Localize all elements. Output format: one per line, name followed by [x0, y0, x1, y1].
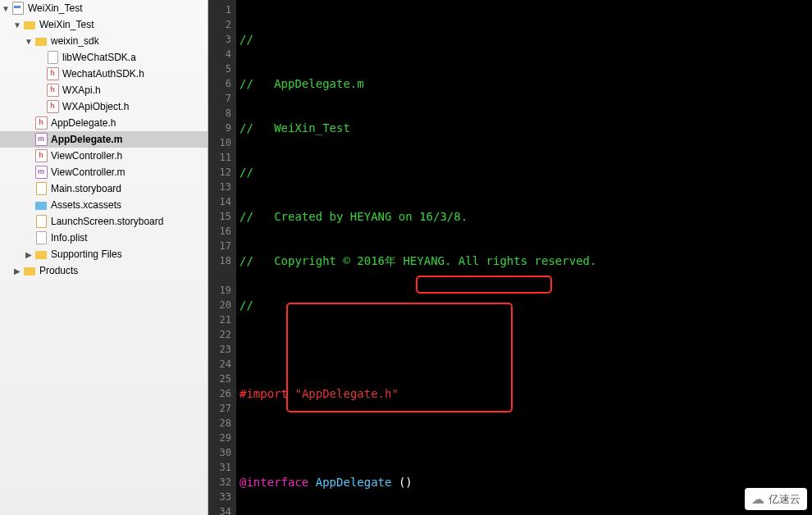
storyboard-file-icon — [34, 182, 48, 195]
code-editor[interactable]: 12345 678910 1112131415 16171819 2021222… — [208, 0, 812, 515]
tree-label: AppDelegate.m — [51, 134, 122, 145]
tree-file[interactable]: WXApi.h — [0, 82, 208, 98]
code-content[interactable]: // // AppDelegate.m // WeiXin_Test // //… — [236, 0, 789, 515]
header-file-icon — [46, 100, 59, 113]
tree-label: Supporting Files — [51, 248, 122, 260]
tree-label: Assets.xcassets — [51, 199, 121, 211]
tree-label: LaunchScreen.storyboard — [51, 216, 163, 227]
tree-label: Info.plist — [51, 232, 88, 244]
storyboard-file-icon — [34, 215, 48, 228]
tree-file[interactable]: WXApiObject.h — [0, 98, 208, 115]
cloud-icon: ☁ — [751, 491, 764, 507]
folder-icon — [23, 18, 36, 31]
header-file-icon — [34, 116, 48, 130]
tree-label: ViewController.h — [51, 150, 122, 162]
tree-target[interactable]: ▼ WeiXin_Test — [0, 16, 208, 33]
line-gutter: 12345 678910 1112131415 16171819 2021222… — [208, 0, 236, 515]
tree-label: WeiXin_Test — [39, 19, 94, 30]
library-file-icon — [46, 51, 59, 64]
disclosure-triangle-icon[interactable]: ▼ — [2, 4, 10, 12]
folder-icon — [23, 264, 36, 277]
header-file-icon — [46, 84, 59, 97]
tree-label: AppDelegate.h — [51, 117, 116, 129]
xcode-project-icon — [11, 2, 25, 15]
tree-file[interactable]: LaunchScreen.storyboard — [0, 213, 208, 230]
tree-file[interactable]: Assets.xcassets — [0, 197, 208, 213]
disclosure-triangle-icon[interactable]: ▶ — [25, 250, 33, 258]
disclosure-triangle-icon[interactable]: ▼ — [25, 37, 33, 45]
tree-label: Main.storyboard — [51, 183, 121, 194]
folder-icon — [34, 34, 48, 48]
disclosure-triangle-icon[interactable]: ▶ — [13, 267, 21, 275]
tree-file[interactable]: ViewController.m — [0, 164, 208, 180]
tree-file[interactable]: WechatAuthSDK.h — [0, 66, 208, 82]
tree-group-sdk[interactable]: ▼ weixin_sdk — [0, 33, 208, 49]
tree-label: WXApi.h — [62, 84, 101, 96]
tree-label: WXApiObject.h — [62, 101, 129, 112]
assets-file-icon — [34, 198, 48, 212]
folder-icon — [34, 248, 48, 261]
tree-file[interactable]: AppDelegate.h — [0, 115, 208, 131]
tree-group-products[interactable]: ▶ Products — [0, 262, 208, 279]
header-file-icon — [46, 67, 59, 80]
tree-file[interactable]: libWeChatSDK.a — [0, 49, 208, 66]
disclosure-triangle-icon[interactable]: ▼ — [13, 21, 21, 29]
tree-file-selected[interactable]: AppDelegate.m — [0, 131, 208, 148]
tree-label: WechatAuthSDK.h — [62, 68, 144, 80]
annotation-highlight-appid — [416, 276, 552, 294]
plist-file-icon — [34, 231, 48, 244]
impl-file-icon — [34, 166, 48, 179]
watermark-badge: ☁ 亿速云 — [745, 488, 807, 510]
header-file-icon — [34, 149, 48, 162]
tree-label: Products — [39, 265, 78, 276]
tree-label: libWeChatSDK.a — [62, 52, 136, 63]
watermark-text: 亿速云 — [769, 492, 801, 507]
tree-file[interactable]: ViewController.h — [0, 148, 208, 164]
tree-label: ViewController.m — [51, 166, 125, 178]
project-navigator: ▼ WeiXin_Test ▼ WeiXin_Test ▼ weixin_sdk… — [0, 0, 208, 515]
tree-label: WeiXin_Test — [28, 2, 82, 14]
tree-file[interactable]: Info.plist — [0, 230, 208, 246]
tree-label: weixin_sdk — [51, 35, 99, 47]
tree-file[interactable]: Main.storyboard — [0, 180, 208, 197]
tree-group-supporting[interactable]: ▶ Supporting Files — [0, 246, 208, 262]
impl-file-icon — [34, 133, 48, 146]
tree-root[interactable]: ▼ WeiXin_Test — [0, 0, 208, 16]
